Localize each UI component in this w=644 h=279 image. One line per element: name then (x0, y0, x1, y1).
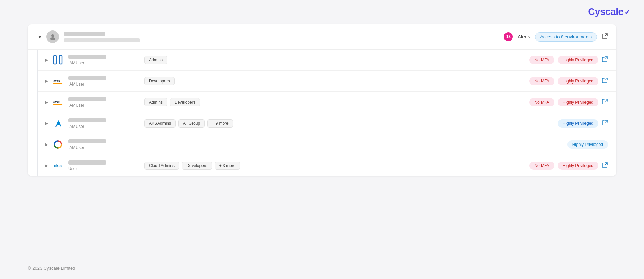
svg-point-1 (50, 37, 55, 40)
child-1-type: IAMUser (68, 61, 137, 66)
parent-user-email (64, 38, 140, 42)
child-5-type: IAMUser (68, 145, 137, 150)
footer: © 2023 Cyscale Limited (28, 265, 75, 271)
external-link-icon-2[interactable] (602, 77, 608, 85)
copyright-text: © 2023 Cyscale Limited (28, 265, 75, 271)
aws-logo-2: aws (52, 76, 63, 87)
tag-more-9: + 9 more (207, 119, 233, 128)
external-link-icon[interactable] (602, 33, 608, 41)
gcp-logo (52, 139, 63, 150)
child-chevron-3[interactable]: ▶ (44, 99, 50, 105)
parent-row-right: 13 Alerts Access to 8 environments (504, 32, 608, 42)
tag-aksadmins: AKSAdmins (144, 119, 176, 128)
no-mfa-badge-1: No MFA (529, 56, 554, 64)
child-3-name (68, 97, 106, 101)
external-link-icon-4[interactable] (602, 120, 608, 127)
child-4-info: IAMUser (68, 118, 137, 129)
highly-privileged-badge-2: Highly Privileged (558, 77, 598, 85)
child-row-4: ▶ IAMUser AKSAdmins All Group + 9 more H… (38, 113, 616, 134)
tag-cloudadmins: Cloud Admins (144, 162, 179, 170)
no-mfa-badge-6: No MFA (529, 162, 554, 170)
child-2-type: IAMUser (68, 82, 137, 87)
parent-user-row: ▼ 13 Alerts Access to 8 environments (28, 24, 616, 50)
child-2-name (68, 76, 106, 80)
tag-allgroup: All Group (178, 119, 205, 128)
aws-text-3: aws (53, 99, 62, 104)
tag-admins: Admins (144, 56, 167, 64)
child-chevron-5[interactable]: ▶ (44, 141, 50, 148)
external-link-icon-6[interactable] (602, 162, 608, 169)
no-mfa-badge-2: No MFA (529, 77, 554, 85)
child-5-name (68, 139, 106, 143)
child-4-tags: AKSAdmins All Group + 9 more (144, 119, 558, 128)
child-chevron-6[interactable]: ▶ (44, 163, 50, 169)
highly-privileged-badge-6: Highly Privileged (558, 162, 598, 170)
aws-text: aws (53, 78, 62, 82)
child-6-info: User (68, 160, 137, 171)
tag-developers-2: Developers (144, 77, 175, 85)
env-access-badge: Access to 8 environments (535, 32, 597, 42)
aws-underline (53, 83, 62, 84)
child-3-tags: Admins Developers (144, 98, 529, 106)
child-6-right: No MFA Highly Privileged (529, 162, 608, 170)
header: Cyscale✓ (0, 0, 644, 21)
child-row-1: ▶ IAMUser Admins No MFA Highly Privilege… (38, 50, 616, 71)
okta-logo: okta (52, 160, 63, 171)
alerts-label: Alerts (518, 34, 530, 40)
child-1-tags: Admins (144, 56, 529, 64)
parent-user-name (64, 32, 105, 36)
child-chevron-1[interactable]: ▶ (44, 57, 50, 63)
child-1-info: IAMUser (68, 55, 137, 66)
svg-point-0 (51, 34, 54, 37)
child-6-tags: Cloud Admins Developers + 3 more (144, 162, 529, 170)
parent-user-info (64, 32, 140, 42)
child-1-right: No MFA Highly Privileged (529, 56, 608, 64)
tag-developers-3: Developers (170, 98, 200, 106)
child-1-name (68, 55, 106, 59)
logo-text: Cyscale (588, 6, 623, 17)
child-3-info: IAMUser (68, 97, 137, 108)
logo-checkmark-icon: ✓ (624, 8, 630, 17)
child-chevron-2[interactable]: ▶ (44, 78, 50, 84)
tag-admins-3: Admins (144, 98, 167, 106)
highly-privileged-badge-5: Highly Privileged (567, 140, 608, 149)
logo: Cyscale✓ (588, 6, 630, 17)
alerts-badge: 13 (504, 32, 513, 41)
highly-privileged-badge-1: Highly Privileged (558, 56, 598, 64)
child-5-right: Highly Privileged (567, 140, 608, 149)
child-4-name (68, 118, 106, 122)
azure-logo (52, 118, 63, 129)
aws-logo-3: aws (52, 97, 63, 108)
external-link-icon-3[interactable] (602, 98, 608, 106)
child-6-type: User (68, 166, 137, 171)
child-row-6: ▶ okta User Cloud Admins Developers + 3 … (38, 155, 616, 176)
main-content: ▼ 13 Alerts Access to 8 environments (28, 24, 616, 176)
child-3-right: No MFA Highly Privileged (529, 98, 608, 106)
tag-more-3: + 3 more (215, 162, 240, 170)
child-row-3: ▶ aws IAMUser Admins Developers No MFA H… (38, 92, 616, 113)
child-2-tags: Developers (144, 77, 529, 85)
child-4-type: IAMUser (68, 124, 137, 129)
highly-privileged-badge-3: Highly Privileged (558, 98, 598, 106)
parent-chevron-button[interactable]: ▼ (36, 33, 44, 41)
aws-underline-3 (53, 104, 62, 105)
child-3-type: IAMUser (68, 103, 137, 108)
child-chevron-4[interactable]: ▶ (44, 120, 50, 127)
child-row-2: ▶ aws IAMUser Developers No MFA Highly P… (38, 71, 616, 92)
avatar (46, 30, 59, 43)
child-4-right: Highly Privileged (558, 119, 608, 128)
child-2-right: No MFA Highly Privileged (529, 77, 608, 85)
highly-privileged-badge-4: Highly Privileged (558, 119, 598, 128)
child-5-info: IAMUser (68, 139, 137, 150)
child-2-info: IAMUser (68, 76, 137, 87)
okta-text: okta (54, 164, 61, 168)
ibm-logo (52, 54, 63, 66)
children-container: ▶ IAMUser Admins No MFA Highly Privilege… (37, 50, 616, 176)
no-mfa-badge-3: No MFA (529, 98, 554, 106)
external-link-icon-1[interactable] (602, 56, 608, 64)
tag-developers-6: Developers (182, 162, 212, 170)
child-row-5: ▶ IAMUser Highly Privileged (38, 134, 616, 155)
child-6-name (68, 160, 106, 165)
